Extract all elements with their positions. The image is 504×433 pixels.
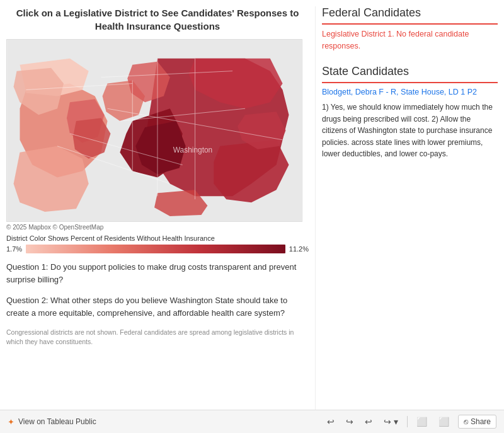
- share-icon: ⎋: [464, 417, 468, 426]
- undo-button[interactable]: ↩: [324, 415, 337, 428]
- state-title: State Candidates: [322, 65, 498, 83]
- legend-min: 1.7%: [6, 245, 22, 253]
- legend-bar: 1.7% 11.2%: [6, 245, 309, 253]
- bottom-controls: ↩ ↪ ↩ ↪ ▾ ⬜ ⬜ ⎋ Share: [324, 415, 496, 429]
- map-container[interactable]: Washington: [6, 39, 302, 222]
- state-section: State Candidates Blodgett, Debra F - R, …: [322, 65, 498, 160]
- divider: [407, 416, 408, 427]
- download-button[interactable]: ⬜: [414, 415, 430, 428]
- question-2: Question 2: What other steps do you beli…: [6, 294, 309, 319]
- share-label: Share: [471, 417, 491, 426]
- fullscreen-button[interactable]: ⬜: [436, 415, 452, 428]
- share-button[interactable]: ⎋ Share: [458, 415, 496, 429]
- left-panel: Click on a Legislative District to See C…: [6, 6, 315, 410]
- bottom-bar: ✦ View on Tableau Public ↩ ↪ ↩ ↪ ▾ ⬜ ⬜ ⎋…: [0, 410, 504, 433]
- tableau-icon: ✦: [8, 417, 14, 427]
- view-on-tableau[interactable]: View on Tableau Public: [18, 417, 96, 426]
- back-button[interactable]: ↩: [362, 415, 375, 428]
- bottom-left: ✦ View on Tableau Public: [8, 417, 96, 427]
- question-1: Question 1: Do you support policies to m…: [6, 261, 309, 286]
- redo-button[interactable]: ↪: [343, 415, 356, 428]
- federal-title: Federal Candidates: [322, 6, 498, 25]
- legend-label: District Color Shows Percent of Resident…: [6, 234, 309, 242]
- forward-button-with-arrow[interactable]: ↪ ▾: [381, 415, 401, 428]
- candidate-name[interactable]: Blodgett, Debra F - R, State House, LD 1…: [322, 87, 498, 98]
- federal-notice: Legislative District 1. No federal candi…: [322, 28, 498, 52]
- svg-text:Washington: Washington: [173, 146, 212, 154]
- legend-max: 11.2%: [289, 245, 309, 253]
- map-credit: © 2025 Mapbox © OpenStreetMap: [6, 224, 309, 231]
- main-title: Click on a Legislative District to See C…: [6, 6, 309, 33]
- washington-map[interactable]: Washington: [7, 40, 302, 221]
- footnote: Congressional districts are not shown. F…: [6, 328, 309, 346]
- candidate-response: 1) Yes, we should know immediately how m…: [322, 101, 498, 160]
- legend-gradient: [26, 245, 285, 253]
- right-panel: Federal Candidates Legislative District …: [315, 6, 498, 410]
